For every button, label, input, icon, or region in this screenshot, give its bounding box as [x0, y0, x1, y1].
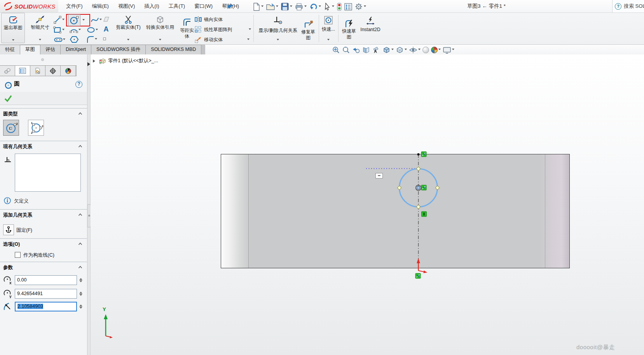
- ellipse-dropdown[interactable]: [96, 29, 98, 31]
- feature-manager-tab[interactable]: [0, 66, 15, 76]
- hide-show-dropdown[interactable]: [418, 49, 421, 51]
- trim-entities-dropdown[interactable]: [127, 39, 129, 42]
- zoom-fit-icon[interactable]: [332, 45, 340, 54]
- move-entities-dropdown[interactable]: [247, 38, 250, 41]
- collapse-chev​ron-icon[interactable]: [78, 145, 82, 148]
- tab-sketch[interactable]: 草图: [20, 45, 40, 54]
- quick-snaps-dropdown[interactable]: [327, 39, 330, 42]
- display-manager-tab[interactable]: [61, 66, 76, 76]
- display-relations-dropdown[interactable]: [277, 39, 279, 42]
- view-orientation-dropdown[interactable]: [391, 49, 394, 51]
- menu-insert[interactable]: 插入(I): [140, 0, 164, 12]
- view-settings-icon[interactable]: [442, 46, 455, 54]
- center-y-field[interactable]: 9.42654491: [15, 289, 77, 299]
- tab-mbd[interactable]: SOLIDWORKS MBD: [146, 45, 201, 54]
- convert-entities-button[interactable]: 转换实体引用: [143, 13, 177, 44]
- linear-pattern-dropdown[interactable]: [249, 28, 251, 31]
- arc-dropdown[interactable]: [79, 29, 81, 31]
- save-dropdown[interactable]: [290, 5, 292, 8]
- smart-dimension-dropdown[interactable]: [39, 39, 41, 42]
- options-list-button[interactable]: [344, 3, 353, 10]
- undo-dropdown[interactable]: [319, 5, 321, 8]
- rectangle-tool-button[interactable]: [53, 26, 65, 34]
- tab-dimxpert[interactable]: DimXpert: [61, 45, 91, 54]
- print-button[interactable]: [294, 3, 307, 10]
- dimxpert-manager-tab[interactable]: [45, 66, 61, 76]
- zoom-area-icon[interactable]: [342, 45, 351, 54]
- open-button[interactable]: [265, 3, 279, 10]
- help-icon[interactable]: ?: [615, 3, 621, 10]
- exit-sketch-dropdown[interactable]: [12, 39, 14, 42]
- line-dropdown[interactable]: [62, 19, 65, 21]
- tab-addins[interactable]: SOLIDWORKS 插件: [91, 45, 146, 54]
- ellipse-tool-button[interactable]: [86, 26, 98, 34]
- menu-window[interactable]: 窗口(W): [190, 0, 217, 12]
- repair-sketch-button[interactable]: 修复草图: [298, 13, 318, 44]
- existing-relations-listbox[interactable]: [15, 154, 81, 192]
- smart-dimension-button[interactable]: 智能尺寸: [27, 13, 53, 44]
- construction-line-checkbox[interactable]: [15, 252, 21, 258]
- convert-entities-dropdown[interactable]: [159, 39, 161, 42]
- sketch-origin[interactable]: [417, 258, 427, 273]
- display-style-icon[interactable]: [395, 45, 407, 54]
- collapse-chevron-icon[interactable]: [78, 112, 82, 115]
- panel-help-icon[interactable]: ?: [75, 81, 82, 88]
- select-dropdown[interactable]: [332, 5, 334, 8]
- ok-check-icon[interactable]: [4, 94, 12, 102]
- slot-tool-button[interactable]: [54, 36, 65, 43]
- perimeter-circle-type-button[interactable]: 1 2 3: [28, 120, 44, 136]
- vertical-relation-badge[interactable]: [422, 212, 427, 217]
- rectangle-dropdown[interactable]: [62, 29, 65, 31]
- tab-features[interactable]: 特征: [0, 45, 20, 54]
- menu-file[interactable]: 文件(F): [61, 0, 87, 12]
- tab-evaluate[interactable]: 评估: [40, 45, 61, 54]
- section-options[interactable]: 选项(O): [0, 238, 87, 248]
- pin-menu-icon[interactable]: [227, 3, 234, 10]
- polygon-tool-button[interactable]: [70, 35, 79, 44]
- view-orientation-icon[interactable]: [382, 45, 394, 54]
- undo-button[interactable]: [309, 3, 322, 10]
- fillet-tool-button[interactable]: [86, 35, 97, 44]
- select-button[interactable]: [323, 3, 335, 10]
- menu-view[interactable]: 视图(V): [113, 0, 140, 12]
- apply-scene-icon[interactable]: [431, 46, 441, 54]
- display-relations-button[interactable]: 显示/删除几何关系: [255, 13, 301, 44]
- center-x-spinner[interactable]: [79, 275, 84, 285]
- previous-view-icon[interactable]: [352, 45, 361, 54]
- hide-show-items-icon[interactable]: [408, 45, 421, 54]
- center-x-field[interactable]: 0.00: [15, 275, 77, 285]
- search-input[interactable]: 搜索 SOLIDW: [624, 3, 644, 10]
- graphics-viewport[interactable]: 零件1 (默认<<默认>_...: [91, 54, 644, 355]
- slot-dropdown[interactable]: [63, 38, 65, 41]
- circle-dropdown[interactable]: [82, 19, 85, 22]
- plane-tool-button[interactable]: [102, 15, 110, 24]
- trim-entities-button[interactable]: 剪裁实体(T): [115, 13, 142, 44]
- rapid-sketch-button[interactable]: 快速草图: [340, 13, 358, 44]
- section-add-relations[interactable]: 添加几何关系: [0, 209, 87, 219]
- settings-dropdown[interactable]: [364, 5, 366, 8]
- configuration-manager-tab[interactable]: [30, 66, 45, 76]
- annotation-view-icon[interactable]: [372, 45, 381, 54]
- coincident-relation-badge[interactable]: [415, 273, 421, 278]
- quick-snaps-button[interactable]: 快速...: [320, 13, 337, 44]
- radius-field[interactable]: 2.10584903: [15, 302, 77, 311]
- collapse-chevron-icon[interactable]: [78, 242, 82, 245]
- edge-midpoint[interactable]: [417, 153, 420, 156]
- linear-pattern-button[interactable]: 线性草图阵列: [194, 26, 251, 33]
- save-button[interactable]: [280, 3, 293, 10]
- move-entities-button[interactable]: 移动实体: [194, 36, 250, 43]
- text-tool-button[interactable]: A: [102, 25, 110, 33]
- settings-gear-button[interactable]: [354, 3, 367, 10]
- exit-sketch-button[interactable]: 退出草图: [1, 13, 25, 43]
- new-document-dropdown[interactable]: [261, 5, 264, 8]
- section-view-icon[interactable]: [362, 45, 371, 54]
- edit-appearance-icon[interactable]: [422, 46, 429, 54]
- section-existing-relations[interactable]: 现有几何关系: [0, 141, 87, 151]
- center-circle-type-button[interactable]: 1 2: [3, 120, 19, 136]
- panel-splitter-handle[interactable]: [41, 58, 44, 61]
- menu-tools[interactable]: 工具(T): [164, 0, 190, 12]
- apply-scene-dropdown[interactable]: [438, 49, 441, 51]
- fix-relation-button[interactable]: [3, 224, 14, 235]
- panel-viewport-splitter[interactable]: [87, 54, 91, 355]
- spline-tool-button[interactable]: [90, 15, 102, 24]
